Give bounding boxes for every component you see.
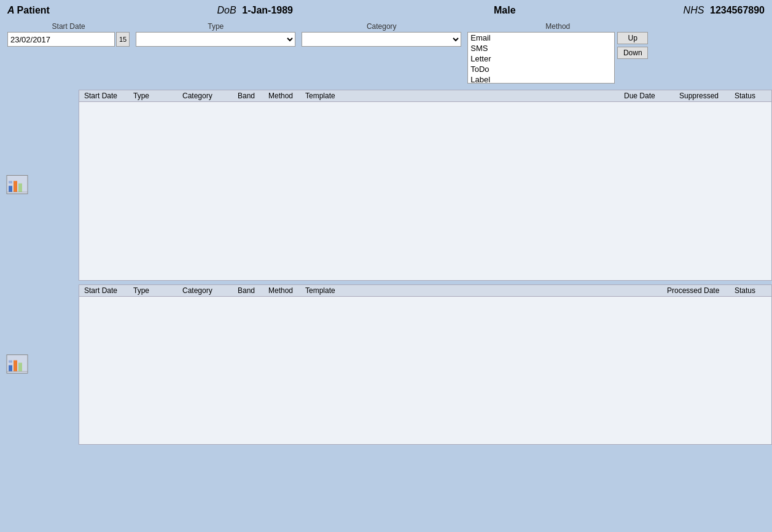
bottom-col-category: Category [180,286,235,295]
svg-rect-9 [18,362,22,371]
top-col-type: Type [131,92,180,100]
start-date-label: Start Date [52,22,85,31]
bottom-table-header: Start Date Type Category Band Method Tem… [79,285,771,297]
top-table-header: Start Date Type Category Band Method Tem… [79,90,771,102]
top-col-start-date: Start Date [82,92,131,100]
svg-rect-8 [14,360,17,371]
gender-info: Male [380,5,630,16]
bottom-table-wrap: Start Date Type Category Band Method Tem… [39,284,772,445]
patient-info: A Patient [7,5,130,16]
top-table-body [79,102,771,280]
svg-rect-2 [14,181,17,192]
method-list-item[interactable]: Label [468,74,614,84]
header-bar: A Patient DoB 1-Jan-1989 Male NHS 123456… [0,0,772,20]
form-section: Start Date 15 Type Category Method Email… [0,20,772,87]
svg-rect-7 [9,365,12,371]
top-col-status: Status [732,92,769,100]
top-chart-icon[interactable] [6,174,28,196]
bottom-col-band: Band [235,286,266,295]
nhs-info: NHS 1234567890 [630,5,765,16]
svg-rect-10 [9,360,12,362]
nhs-label: NHS [684,5,704,15]
dob-value: 1-Jan-1989 [242,5,293,15]
top-col-band: Band [235,92,266,100]
category-group: Category [302,22,461,47]
bottom-col-status: Status [732,286,769,295]
bottom-col-processed-date: Processed Date [665,286,732,295]
bar-chart-icon-2 [6,354,28,374]
top-table-wrap: Start Date Type Category Band Method Tem… [39,90,772,281]
down-button[interactable]: Down [617,47,648,59]
top-col-template: Template [303,92,622,100]
bottom-col-type: Type [131,286,180,295]
top-col-due-date: Due Date [622,92,677,100]
category-label: Category [367,22,397,31]
dob-info: DoB 1-Jan-1989 [130,5,380,16]
nhs-value: 1234567890 [710,5,765,15]
category-select[interactable] [302,32,461,47]
method-label: Method [467,22,648,31]
gender-value: Male [494,5,516,15]
start-date-group: Start Date 15 [7,22,130,47]
svg-rect-4 [9,181,12,183]
up-button[interactable]: Up [617,32,648,44]
type-select[interactable] [136,32,295,47]
bottom-col-method: Method [266,286,303,295]
start-date-input[interactable] [7,32,115,47]
svg-rect-1 [9,186,12,192]
bottom-table-body [79,297,771,444]
patient-prefix: A [7,5,15,16]
method-list-item[interactable]: ToDo [468,64,614,74]
method-list-item[interactable]: Letter [468,53,614,64]
type-group: Type [136,22,295,47]
calendar-button[interactable]: 15 [116,32,130,47]
method-section: Method EmailSMSLetterToDoLabel Up Down [467,22,648,84]
type-label: Type [208,22,224,31]
bottom-col-template: Template [303,286,665,295]
top-col-method: Method [266,92,303,100]
dob-label: DoB [217,5,236,15]
top-col-suppressed: Suppressed [677,92,732,100]
top-col-category: Category [180,92,235,100]
method-listbox[interactable]: EmailSMSLetterToDoLabel [467,32,615,84]
bottom-col-start-date: Start Date [82,286,131,295]
bar-chart-icon [6,174,28,194]
svg-rect-3 [18,183,22,192]
method-list-item[interactable]: Email [468,33,614,43]
bottom-chart-icon[interactable] [6,354,28,375]
method-list-item[interactable]: SMS [468,43,614,53]
patient-name: Patient [17,5,50,16]
bottom-table-container: Start Date Type Category Band Method Tem… [79,284,772,445]
top-table-container: Start Date Type Category Band Method Tem… [79,90,772,281]
